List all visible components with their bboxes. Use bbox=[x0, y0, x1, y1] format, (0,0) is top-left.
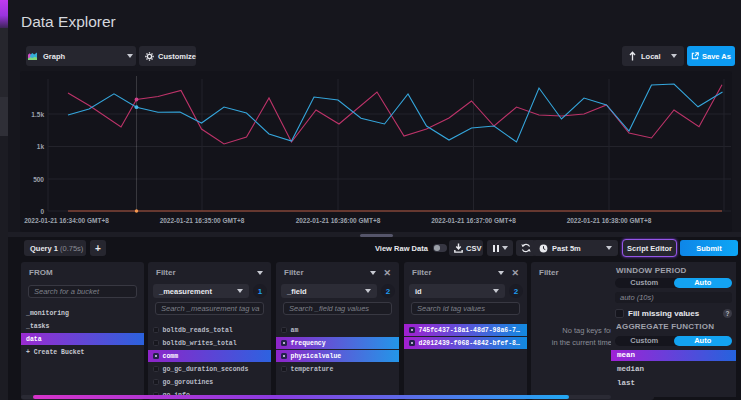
svg-text:1.5k: 1.5k bbox=[31, 111, 44, 118]
svg-text:2022-01-21 16:37:00 GMT+8: 2022-01-21 16:37:00 GMT+8 bbox=[431, 217, 516, 224]
svg-text:2022-01-21 16:35:00 GMT+8: 2022-01-21 16:35:00 GMT+8 bbox=[160, 217, 245, 224]
svg-text:500: 500 bbox=[33, 176, 44, 183]
svg-text:1k: 1k bbox=[37, 143, 45, 150]
svg-text:2022-01-21 16:38:00 GMT+8: 2022-01-21 16:38:00 GMT+8 bbox=[567, 217, 652, 224]
svg-text:2022-01-21 16:36:00 GMT+8: 2022-01-21 16:36:00 GMT+8 bbox=[296, 217, 381, 224]
svg-text:2022-01-21 16:34:00 GMT+8: 2022-01-21 16:34:00 GMT+8 bbox=[24, 217, 109, 224]
svg-text:0: 0 bbox=[40, 208, 44, 215]
